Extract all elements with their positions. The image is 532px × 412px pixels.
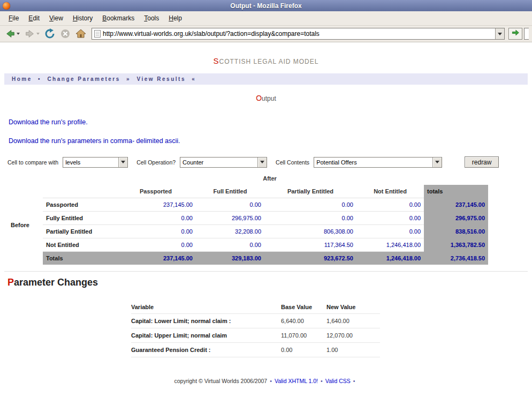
download-profile-link[interactable]: Download the run's profile. xyxy=(9,118,532,126)
compare-with-select[interactable]: levels xyxy=(63,157,128,168)
col-header-totals: totals xyxy=(424,185,488,198)
row-total-cell: 237,145.00 xyxy=(424,198,488,212)
menu-history[interactable]: History xyxy=(69,12,97,24)
result-cell: 0.00 xyxy=(356,212,424,225)
breadcrumb-separator: » xyxy=(126,76,131,82)
breadcrumb-home[interactable]: Home xyxy=(12,76,32,82)
breadcrumb-change-parameters[interactable]: Change Parameters xyxy=(47,76,120,82)
totals-row: Totals 237,145.00 329,183.00 923,672.50 … xyxy=(7,252,488,265)
url-dropdown-button[interactable] xyxy=(495,28,504,39)
footer-separator: • xyxy=(353,378,355,384)
firefox-icon xyxy=(3,2,10,10)
url-bar[interactable]: http://www.virtual-worlds.org.uk/slab/ou… xyxy=(92,28,505,40)
triangle-icon xyxy=(121,161,125,163)
row-label: Fully Entitled xyxy=(43,212,116,225)
url-input[interactable]: http://www.virtual-worlds.org.uk/slab/ou… xyxy=(101,30,495,38)
param-new-value: 12,070.00 xyxy=(326,328,380,343)
back-dropdown-icon[interactable] xyxy=(17,33,20,35)
totals-row-label: Totals xyxy=(43,252,116,265)
param-new-value: 1,640.00 xyxy=(326,314,380,328)
valid-xhtml-link[interactable]: Valid XHTML 1.0! xyxy=(275,378,318,384)
menu-tools[interactable]: Tools xyxy=(140,12,163,24)
cell-contents-select[interactable]: Potential Offers xyxy=(314,157,442,168)
cell-operation-label: Cell Operation? xyxy=(136,159,176,166)
page-footer: copyright © Virtual Worlds 2006/2007•Val… xyxy=(0,378,532,384)
param-new-value: 1.00 xyxy=(326,343,380,357)
search-box-partial[interactable] xyxy=(524,28,529,40)
result-cell: 32,208.00 xyxy=(196,225,264,238)
reload-icon xyxy=(44,28,55,39)
param-header-row: Variable Base Value New Value xyxy=(131,301,380,314)
reload-button[interactable] xyxy=(43,27,57,40)
chevron-down-icon[interactable] xyxy=(257,158,267,167)
breadcrumb: Home • Change Parameters » View Results … xyxy=(4,73,528,85)
row-total-cell: 296,975.00 xyxy=(424,212,488,225)
menu-bookmarks[interactable]: Bookmarks xyxy=(98,12,139,24)
stop-button[interactable] xyxy=(58,27,72,40)
titlebar[interactable]: Output - Mozilla Firefox xyxy=(0,0,532,11)
compare-with-value: levels xyxy=(65,159,80,166)
before-label: Before xyxy=(7,198,43,252)
result-cell: 0.00 xyxy=(356,225,424,238)
menubar: File Edit View History Bookmarks Tools H… xyxy=(0,11,532,26)
parameter-changes-heading: Parameter Changes xyxy=(7,277,532,288)
result-cell: 296,975.00 xyxy=(196,212,264,225)
back-button[interactable] xyxy=(3,27,21,40)
param-variable: Capital: Lower Limit; normal claim : xyxy=(131,314,281,328)
chevron-down-icon xyxy=(498,33,502,35)
param-col-base-value: Base Value xyxy=(281,301,326,314)
menu-view[interactable]: View xyxy=(45,12,67,24)
result-cell: 0.00 xyxy=(264,198,356,212)
totals-cell: 237,145.00 xyxy=(116,252,196,265)
param-col-new-value: New Value xyxy=(326,301,380,314)
forward-dropdown-icon[interactable] xyxy=(36,33,40,35)
stop-icon xyxy=(60,28,71,39)
chevron-down-icon[interactable] xyxy=(432,158,442,167)
triangle-icon xyxy=(435,161,439,163)
col-header-full-entitled: Full Entitled xyxy=(196,185,264,198)
footer-separator: • xyxy=(270,378,272,384)
param-variable: Guaranteed Pension Credit : xyxy=(131,343,281,357)
row-total-cell: 1,363,782.50 xyxy=(424,238,488,252)
triangle-icon xyxy=(260,161,264,163)
go-button[interactable] xyxy=(508,28,522,40)
result-cell: 0.00 xyxy=(196,198,264,212)
home-icon xyxy=(75,28,86,39)
result-cell: 237,145.00 xyxy=(116,198,196,212)
page-title: Output xyxy=(0,94,532,102)
param-base-value: 11,070.00 xyxy=(281,328,326,343)
totals-cell: 329,183.00 xyxy=(196,252,264,265)
page-icon xyxy=(92,30,101,38)
table-row: Partially Entitled 0.00 32,208.00 806,30… xyxy=(7,225,488,238)
breadcrumb-view-results[interactable]: View Results xyxy=(136,76,186,82)
totals-cell: 923,672.50 xyxy=(264,252,356,265)
breadcrumb-separator: « xyxy=(192,76,196,82)
page-content: SCOTTISH LEGAL AID MODEL Home • Change P… xyxy=(0,42,532,412)
valid-css-link[interactable]: Valid CSS xyxy=(325,378,351,384)
col-header-not-entitled: Not Entitled xyxy=(356,185,424,198)
cell-operation-select[interactable]: Counter xyxy=(180,157,267,168)
after-header-row: After xyxy=(7,172,488,185)
results-table: After Passported Full Entitled Partially… xyxy=(7,172,488,265)
menu-help[interactable]: Help xyxy=(164,12,186,24)
param-row: Capital: Upper Limit; normal claim 11,07… xyxy=(131,328,380,343)
result-cell: 0.00 xyxy=(116,238,196,252)
compare-controls: Cell to compare with levels Cell Operati… xyxy=(7,156,532,168)
home-button[interactable] xyxy=(74,27,88,40)
result-cell: 0.00 xyxy=(116,225,196,238)
chevron-down-icon[interactable] xyxy=(118,158,127,167)
nav-toolbar: http://www.virtual-worlds.org.uk/slab/ou… xyxy=(0,26,532,42)
grand-total-cell: 2,736,418.50 xyxy=(424,252,488,265)
forward-button[interactable] xyxy=(23,27,41,40)
cell-operation-value: Counter xyxy=(183,159,203,166)
menu-file[interactable]: File xyxy=(4,12,23,24)
menu-edit[interactable]: Edit xyxy=(24,12,44,24)
row-total-cell: 838,516.00 xyxy=(424,225,488,238)
result-cell: 0.00 xyxy=(116,212,196,225)
copyright-text: copyright © Virtual Worlds 2006/2007 xyxy=(174,378,268,384)
download-parameters-link[interactable]: Download the run's parameters in comma- … xyxy=(9,137,532,145)
redraw-button[interactable]: redraw xyxy=(465,156,499,168)
result-cell: 0.00 xyxy=(196,238,264,252)
table-row: Not Entitled 0.00 0.00 117,364.50 1,246,… xyxy=(7,238,488,252)
parameter-changes-text: arameter Changes xyxy=(14,277,98,288)
